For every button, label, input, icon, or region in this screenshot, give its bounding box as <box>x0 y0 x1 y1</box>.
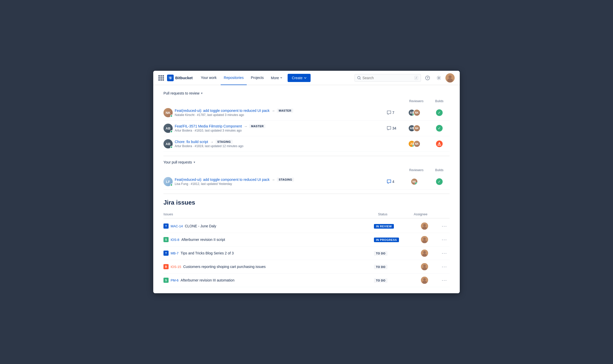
svg-line-2 <box>360 79 361 79</box>
help-button[interactable]: ? <box>423 73 432 83</box>
issue-assignee <box>412 236 437 243</box>
assignee-avatar <box>421 263 428 270</box>
svg-point-11 <box>423 224 426 227</box>
issue-actions[interactable]: ··· <box>439 224 450 229</box>
nav-repositories[interactable]: Repositories <box>221 71 247 85</box>
comments-icon <box>387 179 391 184</box>
pr-row: NK Feat(reduced-ui): add toggle componen… <box>163 105 450 121</box>
your-pr-builds-col-header: Builds <box>429 168 450 172</box>
issue-key[interactable]: MB-7 <box>171 251 179 255</box>
app-grid-icon[interactable] <box>158 75 164 81</box>
assignee-avatar <box>421 236 428 243</box>
pr-title[interactable]: Feat(reduced-ui): add toggle component t… <box>175 109 269 113</box>
nav-projects[interactable]: Projects <box>248 71 267 85</box>
pr-row: AB Feat/FIL-3571 Media Filmstrip Compone… <box>163 121 450 136</box>
nav-your-work[interactable]: Your work <box>198 71 220 85</box>
issue-type-icon-story: S <box>163 237 169 242</box>
issue-key[interactable]: MAC-14 <box>171 224 183 228</box>
svg-point-14 <box>423 238 426 240</box>
comments-icon <box>387 126 391 131</box>
pr-reviewers: AB NK <box>402 125 427 132</box>
issue-assignee <box>412 263 437 270</box>
your-pr-header[interactable]: Your pull requests ▾ <box>163 160 450 164</box>
your-pr-reviewers-col-header: Reviewers <box>404 168 429 172</box>
pr-builds: ✓ <box>429 178 450 185</box>
issues-col-assignee-header: Assignee <box>414 212 439 216</box>
pr-builds: ✓ <box>429 109 450 116</box>
builds-col-header: Builds <box>429 99 450 103</box>
pr-info: Chore: fix build script → STAGING Artur … <box>175 140 385 148</box>
navbar: Bitbucket Your work Repositories Project… <box>153 71 460 85</box>
pr-builds: ✓ <box>429 125 450 132</box>
pr-to-review-header[interactable]: Pull requests to review ▾ <box>163 91 450 95</box>
issues-col-issue-header: Issues <box>163 212 378 216</box>
assignee-avatar <box>421 222 428 230</box>
assignee-avatar <box>421 250 428 257</box>
issue-key[interactable]: IOS-8 <box>171 238 179 242</box>
svg-point-23 <box>423 278 426 281</box>
your-pr-section: Your pull requests ▾ Reviewers Builds LF… <box>163 160 450 190</box>
pr-author-avatar: AB <box>163 124 173 133</box>
pr-title[interactable]: Feat(reduced-ui): add toggle component t… <box>175 178 269 182</box>
user-avatar[interactable] <box>445 73 455 83</box>
bitbucket-wordmark: Bitbucket <box>175 76 193 80</box>
issue-actions[interactable]: ··· <box>439 237 450 242</box>
issue-key[interactable]: IOS-15 <box>171 265 181 269</box>
pr-reviewers: AB ✓ NK <box>402 109 427 116</box>
more-dots-icon[interactable]: ··· <box>442 251 447 256</box>
issue-key[interactable]: PM-6 <box>171 278 179 282</box>
pr-comments: 4 <box>387 179 399 184</box>
nav-more[interactable]: More <box>268 71 286 85</box>
assignee-avatar <box>421 277 428 284</box>
issue-type-icon-story: S <box>163 278 169 283</box>
pr-review-chevron: ▾ <box>201 91 203 95</box>
issue-status-badge: TO DO <box>374 265 387 269</box>
issue-title: Tips and Tricks Blog Series 2 of 3 <box>181 251 372 255</box>
settings-button[interactable] <box>434 73 443 83</box>
pr-row: AB Chore: fix build script → STAGING Art… <box>163 136 450 152</box>
bitbucket-logo[interactable]: Bitbucket <box>167 75 193 81</box>
svg-text:?: ? <box>427 76 429 79</box>
issue-actions[interactable]: ··· <box>439 264 450 269</box>
issue-row: S PM-6 Afterburner revision III automati… <box>163 274 450 287</box>
issue-assignee <box>412 277 437 284</box>
search-box[interactable]: / <box>355 74 421 82</box>
more-dots-icon[interactable]: ··· <box>442 237 447 242</box>
issue-assignee <box>412 222 437 230</box>
issue-actions[interactable]: ··· <box>439 251 450 256</box>
build-error-icon <box>436 140 443 147</box>
pr-info: Feat(reduced-ui): add toggle component t… <box>175 109 385 117</box>
search-icon <box>357 76 361 80</box>
more-dots-icon[interactable]: ··· <box>442 278 447 283</box>
issue-row: S IOS-8 Afterburner revision II script I… <box>163 233 450 246</box>
build-success-icon: ✓ <box>436 109 443 116</box>
your-pr-chevron: ▾ <box>194 160 195 164</box>
svg-point-17 <box>423 251 426 254</box>
pr-builds <box>429 140 450 147</box>
pr-title[interactable]: Chore: fix build script <box>175 140 208 144</box>
issues-table-header: Issues Status Assignee <box>163 210 450 218</box>
svg-point-15 <box>422 240 427 243</box>
svg-point-21 <box>422 267 427 270</box>
pr-branch-badge: STAGING <box>277 178 294 182</box>
issue-title: Afterburner revision III automation <box>181 278 372 282</box>
search-input[interactable] <box>362 76 413 80</box>
issue-actions[interactable]: ··· <box>439 278 450 283</box>
issue-status-badge: TO DO <box>374 251 387 256</box>
issue-row: T MAC-14 CLONE - June Daly IN REVIEW ··· <box>163 219 450 233</box>
build-success-icon: ✓ <box>436 125 443 132</box>
issue-row: B IOS-15 Customers reporting shoping car… <box>163 260 450 274</box>
pr-meta: Lisa Fung · #1812, last updated Yesterda… <box>175 182 385 186</box>
reviewers-col-header: Reviewers <box>404 99 429 103</box>
issue-title: Afterburner revision II script <box>181 238 372 242</box>
pr-title[interactable]: Feat/FIL-3571 Media Filmstrip Component <box>175 124 242 128</box>
create-button[interactable]: Create <box>288 74 311 82</box>
svg-point-8 <box>447 78 453 83</box>
more-dots-icon[interactable]: ··· <box>442 264 447 269</box>
pr-to-review-table-header: Reviewers Builds <box>163 98 450 104</box>
pr-row: LF Feat(reduced-ui): add toggle componen… <box>163 174 450 190</box>
pr-comments: 7 <box>387 110 399 115</box>
main-content: Pull requests to review ▾ Reviewers Buil… <box>153 85 460 293</box>
more-dots-icon[interactable]: ··· <box>442 224 447 229</box>
pr-info: Feat(reduced-ui): add toggle component t… <box>175 178 385 186</box>
